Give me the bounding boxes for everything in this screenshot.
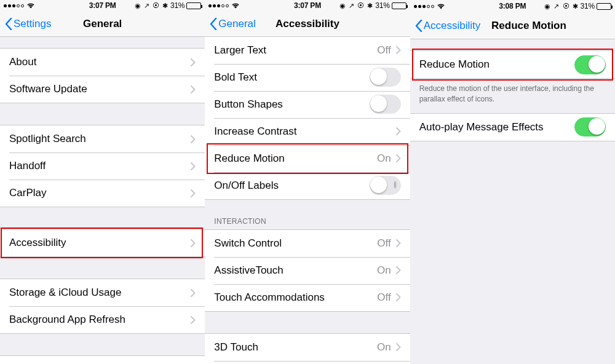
content-scroll[interactable]: Reduce Motion Reduce the motion of the u… xyxy=(410,39,615,364)
list-group-5: Restrictions On xyxy=(0,355,205,364)
row-label: Spotlight Search xyxy=(9,133,86,145)
chevron-left-icon xyxy=(210,18,217,30)
row-detail-value: On xyxy=(377,264,391,277)
page-title: General xyxy=(83,18,122,30)
status-bar: 3:07 PM ◉ ↗ ⦿ ✱ 31% xyxy=(205,0,410,12)
screen-reduce-motion: 3:08 PM ◉ ↗ ⦿ ✱ 31% Accessibility Reduce… xyxy=(410,0,615,364)
chevron-right-icon xyxy=(191,58,196,66)
wifi-icon xyxy=(26,2,35,9)
toggle-onoff-labels[interactable] xyxy=(370,176,401,195)
content-scroll[interactable]: About Software Update Spotlight Search H… xyxy=(0,37,205,364)
nav-bar: Settings General xyxy=(0,12,205,38)
chevron-left-icon xyxy=(415,20,423,32)
row-button-shapes[interactable]: Button Shapes xyxy=(205,91,410,118)
back-button[interactable]: Settings xyxy=(5,18,51,30)
section-header-interaction: INTERACTION xyxy=(205,200,410,229)
chevron-right-icon xyxy=(191,85,196,93)
row-label: Handoff xyxy=(9,160,46,172)
battery-percent: 31% xyxy=(170,1,184,10)
row-label: Auto-play Message Effects xyxy=(419,121,544,133)
row-label: AssistiveTouch xyxy=(214,264,283,277)
row-detail-value: Off xyxy=(377,44,391,57)
row-detail-value: Off xyxy=(377,291,391,304)
row-detail-value: Off xyxy=(377,237,391,250)
back-button[interactable]: General xyxy=(210,18,255,30)
row-label: Background App Refresh xyxy=(9,314,125,326)
wifi-icon xyxy=(231,2,240,9)
row-reduce-motion-toggle[interactable]: Reduce Motion xyxy=(410,51,615,78)
row-storage-icloud[interactable]: Storage & iCloud Usage xyxy=(0,279,205,306)
row-onoff-labels[interactable]: On/Off Labels xyxy=(205,172,410,199)
list-vision: Larger Text Off Bold Text Button Shapes … xyxy=(205,37,410,200)
list-group-3: Accessibility xyxy=(0,229,205,257)
row-bold-text[interactable]: Bold Text xyxy=(205,64,410,91)
page-title: Accessibility xyxy=(276,18,339,30)
row-carplay[interactable]: CarPlay xyxy=(0,180,205,207)
chevron-right-icon xyxy=(191,239,196,247)
row-label: Larger Text xyxy=(214,44,266,57)
row-handoff[interactable]: Handoff xyxy=(0,152,205,180)
row-keyboard[interactable]: Keyboard xyxy=(205,361,410,364)
row-label: Reduce Motion xyxy=(419,58,490,71)
row-label: Accessibility xyxy=(9,237,66,249)
chevron-right-icon xyxy=(396,266,401,274)
battery-icon xyxy=(186,2,201,9)
nav-bar: Accessibility Reduce Motion xyxy=(410,12,615,39)
battery-percent: 31% xyxy=(581,2,595,10)
list-group-2: Spotlight Search Handoff CarPlay xyxy=(0,125,205,207)
row-label: Software Update xyxy=(9,83,87,95)
battery-percent: 31% xyxy=(375,1,389,10)
toggle-reduce-motion[interactable] xyxy=(574,55,606,74)
cellular-signal-icon xyxy=(414,5,434,8)
row-assistive-touch[interactable]: AssistiveTouch On xyxy=(205,257,410,284)
battery-icon xyxy=(392,2,407,9)
row-autoplay-message-effects[interactable]: Auto-play Message Effects xyxy=(410,114,615,141)
chevron-right-icon xyxy=(191,316,196,324)
toggle-bold-text[interactable] xyxy=(370,68,401,87)
toggle-autoplay-message-effects[interactable] xyxy=(574,117,606,136)
row-larger-text[interactable]: Larger Text Off xyxy=(205,37,410,64)
row-label: 3D Touch xyxy=(214,341,258,354)
row-label: Touch Accommodations xyxy=(214,291,325,304)
row-restrictions[interactable]: Restrictions On xyxy=(0,356,205,364)
list-reduce-motion: Reduce Motion xyxy=(410,50,615,79)
row-increase-contrast[interactable]: Increase Contrast xyxy=(205,118,410,145)
list-touch: 3D Touch On Keyboard xyxy=(205,333,410,364)
chevron-right-icon xyxy=(191,135,196,143)
row-label: On/Off Labels xyxy=(214,180,279,192)
screen-accessibility: 3:07 PM ◉ ↗ ⦿ ✱ 31% General Accessibilit… xyxy=(205,0,410,364)
content-scroll[interactable]: Larger Text Off Bold Text Button Shapes … xyxy=(205,37,410,364)
status-icons-right: ◉ ↗ ⦿ ✱ xyxy=(544,2,578,10)
row-background-refresh[interactable]: Background App Refresh xyxy=(0,306,205,333)
chevron-right-icon xyxy=(396,127,401,135)
page-title: Reduce Motion xyxy=(491,20,566,32)
row-label: About xyxy=(9,56,36,68)
row-spotlight-search[interactable]: Spotlight Search xyxy=(0,125,205,152)
cellular-signal-icon xyxy=(208,4,229,7)
row-about[interactable]: About xyxy=(0,49,205,76)
row-software-update[interactable]: Software Update xyxy=(0,76,205,103)
status-time: 3:07 PM xyxy=(294,1,321,10)
section-footer: Reduce the motion of the user interface,… xyxy=(410,79,615,107)
row-accessibility[interactable]: Accessibility xyxy=(0,229,205,256)
battery-icon xyxy=(597,3,611,10)
row-3d-touch[interactable]: 3D Touch On xyxy=(205,334,410,361)
row-switch-control[interactable]: Switch Control Off xyxy=(205,230,410,257)
chevron-right-icon xyxy=(396,343,401,351)
toggle-button-shapes[interactable] xyxy=(370,95,401,114)
list-autoplay: Auto-play Message Effects xyxy=(410,113,615,141)
back-button[interactable]: Accessibility xyxy=(415,20,481,32)
cellular-signal-icon xyxy=(4,4,24,7)
back-label: Settings xyxy=(14,18,51,30)
row-touch-accommodations[interactable]: Touch Accommodations Off xyxy=(205,284,410,311)
status-icons-right: ◉ ↗ ⦿ ✱ xyxy=(135,2,169,10)
back-label: Accessibility xyxy=(424,20,481,32)
row-label: Button Shapes xyxy=(214,98,283,111)
row-detail-value: On xyxy=(377,341,391,354)
row-label: Switch Control xyxy=(214,237,282,250)
row-reduce-motion[interactable]: Reduce Motion On xyxy=(205,145,410,172)
status-icons-right: ◉ ↗ ⦿ ✱ xyxy=(339,2,373,10)
list-group-4: Storage & iCloud Usage Background App Re… xyxy=(0,279,205,334)
screen-general: 3:07 PM ◉ ↗ ⦿ ✱ 31% Settings General Abo… xyxy=(0,0,205,364)
row-label: Reduce Motion xyxy=(214,152,284,165)
